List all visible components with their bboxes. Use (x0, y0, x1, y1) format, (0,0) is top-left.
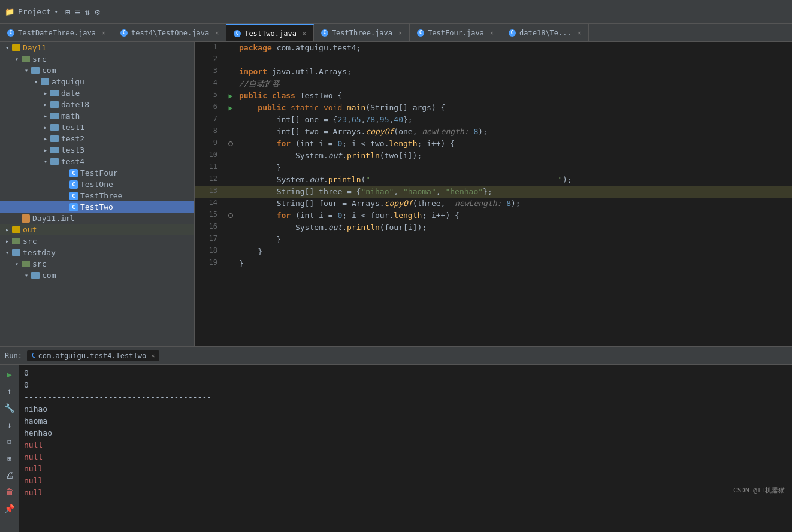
tree-arrow-test3 (41, 147, 50, 153)
run-tab-close[interactable]: ✕ (151, 352, 155, 359)
tab-label-testthree: TestThree.java (332, 29, 392, 37)
line-gutter-9 (225, 138, 237, 150)
run-wrench-button[interactable]: 🔧 (2, 401, 17, 415)
run-play-button[interactable]: ▶ (2, 367, 17, 382)
tab-date18[interactable]: C date18\Te... ✕ (501, 24, 589, 41)
run-output[interactable]: 0 0 ------------------------------------… (19, 365, 792, 501)
code-editor[interactable]: 1 package com.atguigu.test4; 2 3 import … (195, 42, 792, 346)
tree-label-com: com (42, 66, 56, 75)
project-section: 📁 Project ▾ (5, 7, 58, 16)
run-print-button[interactable]: 🖨 (2, 468, 17, 482)
run-stop-button[interactable]: 🗑 (2, 485, 17, 499)
tab-testtwo[interactable]: C TestTwo.java ✕ (226, 24, 314, 41)
tree-label-test1: test1 (61, 123, 84, 132)
tab-close-testthree[interactable]: ✕ (398, 29, 402, 36)
code-line-3: 3 import java.util.Arrays; (195, 66, 792, 78)
settings-icon[interactable]: ⚙ (95, 7, 99, 17)
gutter-arrow-5: ▶ (228, 92, 232, 100)
run-grid2-button[interactable]: ⊞ (2, 451, 17, 466)
tree-item-testtwo-file[interactable]: C TestTwo (0, 201, 194, 213)
tabs-bar: C TestDateThree.java ✕ C test4\TestOne.j… (0, 24, 792, 42)
line-content-5: public class TestTwo { (237, 90, 792, 102)
line-content-6: public static void main(String[] args) { (237, 102, 792, 114)
tree-item-test2[interactable]: test2 (0, 133, 194, 144)
line-num-19: 19 (195, 258, 225, 270)
main-area: Day11 src com atguigu date (0, 42, 792, 346)
tree-item-testone-file[interactable]: C TestOne (0, 179, 194, 190)
tab-testfour[interactable]: C TestFour.java ✕ (410, 24, 501, 41)
run-pin-button[interactable]: 📌 (2, 501, 17, 516)
line-content-17: } (237, 234, 792, 246)
tab-testone[interactable]: C test4\TestOne.java ✕ (113, 24, 226, 41)
run-tab[interactable]: C com.atguigu.test4.TestTwo ✕ (27, 350, 159, 361)
tree-item-date18[interactable]: date18 (0, 99, 194, 110)
tab-testdatethree[interactable]: C TestDateThree.java ✕ (0, 24, 113, 41)
list-icon[interactable]: ≡ (75, 7, 80, 17)
line-num-17: 17 (195, 234, 225, 246)
line-num-15: 15 (195, 210, 225, 222)
line-content-12: System.out.println("--------------------… (237, 174, 792, 186)
line-num-3: 3 (195, 66, 225, 78)
code-line-15: 15 for (int i = 0; i < four.length; i++)… (195, 210, 792, 222)
tab-close-date18[interactable]: ✕ (578, 29, 581, 36)
tab-close-testtwo[interactable]: ✕ (303, 30, 306, 37)
tree-arrow-out (2, 226, 12, 233)
line-content-8: int[] two = Arrays.copyOf(one, newLength… (237, 126, 792, 138)
sort-icon[interactable]: ⇅ (85, 7, 90, 17)
tab-icon-testthree: C (321, 29, 328, 37)
tree-item-test3[interactable]: test3 (0, 144, 194, 156)
line-num-12: 12 (195, 174, 225, 186)
iml-icon (22, 214, 30, 223)
run-down-button[interactable]: ↓ (2, 418, 17, 432)
tree-item-src1[interactable]: src (0, 53, 194, 65)
dropdown-arrow[interactable]: ▾ (55, 8, 58, 15)
tree-label-date: date (61, 89, 80, 98)
tab-testthree[interactable]: C TestThree.java ✕ (314, 24, 410, 41)
line-content-1: package com.atguigu.test4; (237, 42, 792, 54)
code-line-6: 6 ▶ public static void main(String[] arg… (195, 102, 792, 114)
tree-label-math: math (61, 111, 80, 120)
tree-item-math[interactable]: math (0, 110, 194, 122)
line-gutter-13 (225, 186, 237, 198)
tab-icon-date18: C (509, 29, 516, 37)
tree-item-testthree-file[interactable]: C TestThree (0, 190, 194, 201)
tree-item-src3[interactable]: src (0, 258, 194, 270)
run-label: Run: (5, 352, 22, 360)
tree-arrow-src2 (2, 238, 12, 244)
tree-label-test2: test2 (61, 134, 84, 143)
code-line-1: 1 package com.atguigu.test4; (195, 42, 792, 54)
output-line-null5: null (24, 487, 787, 499)
tree-item-com2[interactable]: com (0, 270, 194, 281)
tab-close-testdatethree[interactable]: ✕ (102, 29, 105, 36)
project-label[interactable]: Project (18, 7, 51, 16)
tab-close-testone[interactable]: ✕ (215, 29, 219, 36)
folder-icon-test2 (50, 135, 59, 142)
line-content-18: } (237, 246, 792, 258)
tree-item-com[interactable]: com (0, 65, 194, 76)
tree-item-day11iml[interactable]: Day11.iml (0, 213, 194, 224)
tab-label-testone: test4\TestOne.java (131, 29, 209, 37)
run-header: Run: C com.atguigu.test4.TestTwo ✕ (0, 347, 792, 365)
gutter-circle-9 (228, 141, 233, 146)
line-num-4: 4 (195, 78, 225, 90)
run-grid-button[interactable]: ⊟ (2, 434, 17, 449)
folder-icon-src3 (22, 261, 30, 267)
tab-icon-testdatethree: C (7, 29, 14, 37)
line-gutter-17 (225, 234, 237, 246)
code-line-4: 4 //自动扩容 (195, 78, 792, 90)
tree-item-test4[interactable]: test4 (0, 156, 194, 167)
tab-close-testfour[interactable]: ✕ (490, 29, 494, 36)
tree-item-testday[interactable]: testday (0, 247, 194, 258)
tree-item-day11[interactable]: Day11 (0, 42, 194, 53)
tree-item-testfour-file[interactable]: C TestFour (0, 167, 194, 179)
tree-item-date[interactable]: date (0, 87, 194, 99)
tree-item-atguigu[interactable]: atguigu (0, 76, 194, 87)
tree-item-test1[interactable]: test1 (0, 122, 194, 133)
code-line-2: 2 (195, 54, 792, 66)
tree-item-out[interactable]: out (0, 224, 194, 235)
line-num-1: 1 (195, 42, 225, 54)
tree-label-atguigu: atguigu (52, 77, 84, 86)
layout-icon[interactable]: ⊞ (65, 7, 70, 17)
run-up-button[interactable]: ↑ (2, 384, 17, 398)
tree-item-src2[interactable]: src (0, 235, 194, 247)
